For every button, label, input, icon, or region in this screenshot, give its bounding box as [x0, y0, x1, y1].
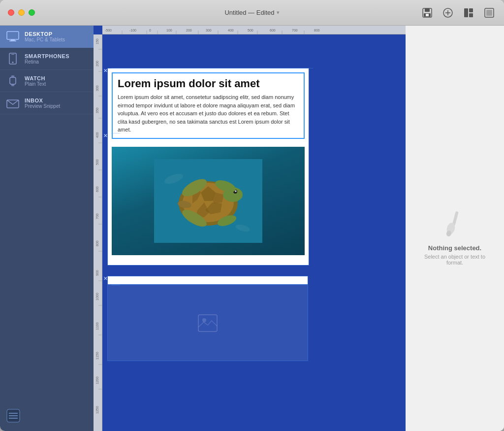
svg-text:900: 900 — [95, 270, 99, 276]
sidebar-sublabel-desktop: Mac, PC & Tablets — [25, 37, 65, 42]
svg-text:500: 500 — [95, 159, 99, 165]
turtle-image — [154, 159, 262, 243]
svg-text:200: 200 — [186, 29, 192, 32]
sidebar-item-watch[interactable]: WATCH Plain Text — [0, 70, 94, 92]
doc-image-section[interactable] — [112, 147, 305, 255]
doc-white-bar — [107, 276, 308, 285]
svg-text:300: 300 — [95, 85, 99, 91]
resize-handle-bottom[interactable]: ✕ — [103, 276, 107, 281]
svg-text:300: 300 — [206, 29, 212, 32]
resize-handle-top[interactable]: ✕ — [103, 68, 107, 73]
doc-body-text: Lorem ipsum dolor sit amet, consetetur s… — [118, 93, 299, 134]
svg-text:700: 700 — [95, 213, 99, 219]
desktop-icon — [6, 30, 20, 43]
svg-text:0: 0 — [149, 29, 151, 32]
svg-text:350: 350 — [95, 107, 99, 113]
sidebar-item-smartphones[interactable]: SMARTPHONES Retina — [0, 48, 94, 70]
fullscreen-icon[interactable] — [482, 6, 496, 20]
turtle-background — [112, 147, 305, 255]
svg-text:600: 600 — [270, 29, 276, 32]
window-title: Untitled — Edited ▾ — [224, 9, 279, 16]
svg-rect-19 — [11, 75, 14, 77]
svg-text:400: 400 — [228, 29, 234, 32]
sidebar-sublabel-inbox: Preview Snippet — [25, 103, 60, 109]
doc-title: Lorem ipsum dolor sit amet — [118, 77, 299, 90]
watch-icon — [6, 74, 20, 88]
nothing-selected-label: Nothing selected. — [428, 244, 481, 252]
doc-spacer — [108, 255, 309, 265]
save-icon[interactable] — [420, 6, 434, 20]
main-layout: DESKTOP Mac, PC & Tablets SMARTPHONES Re… — [0, 26, 504, 431]
paintbrush-icon — [440, 209, 470, 238]
smartphone-icon — [6, 52, 20, 66]
right-panel: Nothing selected. Select an object or te… — [406, 26, 504, 431]
svg-rect-3 — [426, 14, 429, 16]
svg-text:800: 800 — [95, 240, 99, 246]
svg-text:500: 500 — [248, 29, 253, 32]
svg-text:1150: 1150 — [95, 352, 99, 360]
sidebar: DESKTOP Mac, PC & Tablets SMARTPHONES Re… — [0, 26, 94, 431]
svg-rect-11 — [486, 10, 492, 16]
canvas-content: Lorem ipsum dolor sit amet Lorem ipsum d… — [102, 34, 406, 431]
svg-text:600: 600 — [95, 186, 99, 192]
svg-text:1000: 1000 — [95, 293, 99, 300]
traffic-lights — [0, 9, 35, 16]
sidebar-item-inbox[interactable]: INBOX Preview Snippet — [0, 92, 94, 114]
svg-rect-9 — [469, 13, 473, 17]
layers-icon[interactable] — [6, 408, 21, 425]
doc-header-box[interactable]: Lorem ipsum dolor sit amet Lorem ipsum d… — [112, 72, 305, 139]
doc-bottom-section[interactable] — [107, 285, 308, 361]
svg-text:150: 150 — [95, 38, 99, 44]
maximize-button[interactable] — [29, 9, 35, 16]
svg-rect-1 — [425, 8, 430, 12]
image-placeholder-icon — [198, 314, 218, 332]
sidebar-label-desktop: DESKTOP — [25, 31, 65, 37]
layout-icon[interactable] — [462, 6, 475, 20]
svg-text:-100: -100 — [129, 29, 136, 32]
svg-point-86 — [235, 190, 237, 192]
svg-point-16 — [12, 62, 14, 63]
ruler-left: 150 200 300 350 400 500 600 700 — [94, 34, 102, 431]
svg-point-95 — [202, 318, 206, 322]
svg-text:1200: 1200 — [95, 376, 99, 384]
svg-rect-14 — [9, 40, 16, 41]
resize-handle-mid[interactable]: ✕ — [103, 133, 107, 138]
inbox-icon — [6, 96, 20, 110]
svg-text:1250: 1250 — [95, 406, 99, 414]
svg-text:400: 400 — [95, 132, 99, 138]
app-window: Untitled — Edited ▾ — [0, 0, 504, 431]
svg-text:-500: -500 — [105, 29, 112, 32]
svg-rect-17 — [11, 54, 14, 55]
svg-text:700: 700 — [292, 29, 298, 32]
sidebar-label-smartphones: SMARTPHONES — [25, 53, 69, 59]
document-frame: Lorem ipsum dolor sit amet Lorem ipsum d… — [107, 68, 309, 265]
minimize-button[interactable] — [18, 9, 25, 16]
sidebar-sublabel-smartphones: Retina — [25, 59, 69, 65]
sidebar-label-watch: WATCH — [25, 75, 46, 81]
canvas-area: -500 -100 0 100 200 300 400 500 — [94, 26, 406, 431]
sidebar-sublabel-watch: Plain Text — [25, 81, 46, 87]
titlebar: Untitled — Edited ▾ — [0, 0, 504, 26]
guide-line-bottom — [111, 285, 120, 285]
ruler-top: -500 -100 0 100 200 300 400 500 — [102, 26, 406, 34]
svg-rect-8 — [469, 8, 473, 12]
select-hint-label: Select an object or text to format. — [415, 254, 494, 265]
sidebar-label-inbox: INBOX — [25, 98, 60, 103]
svg-rect-20 — [11, 84, 14, 86]
right-panel-content: Nothing selected. Select an object or te… — [406, 43, 504, 431]
svg-rect-18 — [10, 77, 16, 84]
svg-text:800: 800 — [314, 29, 320, 32]
guide-line-top — [111, 68, 313, 68]
close-button[interactable] — [8, 9, 14, 16]
titlebar-actions — [420, 6, 496, 20]
add-icon[interactable] — [441, 6, 455, 20]
sidebar-item-desktop[interactable]: DESKTOP Mac, PC & Tablets — [0, 26, 94, 48]
guide-line-mid — [111, 133, 120, 133]
svg-rect-12 — [7, 32, 19, 39]
svg-text:200: 200 — [95, 61, 99, 66]
svg-rect-7 — [464, 8, 468, 17]
svg-text:100: 100 — [166, 29, 172, 32]
svg-text:1100: 1100 — [95, 322, 99, 330]
sidebar-bottom — [0, 402, 94, 431]
svg-rect-13 — [11, 39, 15, 40]
